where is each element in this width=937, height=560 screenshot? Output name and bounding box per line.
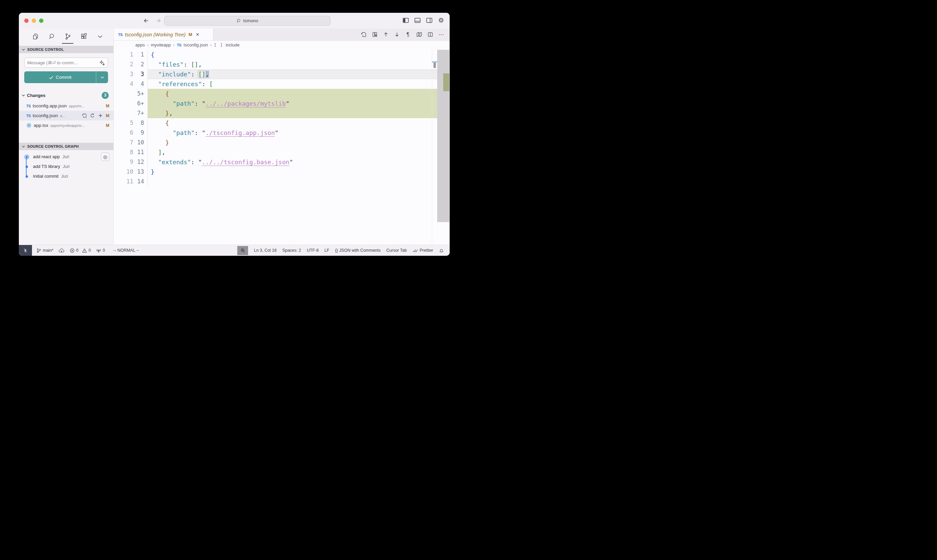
- line-content: }: [148, 167, 437, 177]
- whitespace-icon[interactable]: ¶: [405, 32, 411, 38]
- goto-head-button[interactable]: ◎: [101, 152, 109, 161]
- zoom-indicator[interactable]: [237, 246, 248, 255]
- code-line[interactable]: 44 "references": [: [114, 79, 450, 89]
- code-line[interactable]: 6+ "path": "../../packages/mytslib": [114, 98, 450, 108]
- changes-count-badge: 3: [102, 92, 109, 99]
- commit-row[interactable]: add react appJuri◎: [19, 152, 114, 162]
- commit-message-input[interactable]: Message (⌘⏎ to comm...: [24, 58, 108, 68]
- original-line-number: 5: [114, 118, 133, 128]
- commit-button[interactable]: Commit: [24, 71, 108, 83]
- source-control-icon[interactable]: [63, 32, 72, 41]
- map-icon[interactable]: [416, 32, 422, 38]
- branch-status[interactable]: main*: [36, 248, 54, 253]
- stage-icon[interactable]: [98, 113, 103, 118]
- code-line[interactable]: 22 "files": [],: [114, 60, 450, 69]
- modified-badge: M: [188, 32, 192, 37]
- code-lines: 11{22 "files": [],33 "include": [],44 "r…: [114, 50, 450, 186]
- code-line[interactable]: 7+ },: [114, 108, 450, 118]
- changed-file-row[interactable]: TStsconfig.jsona...M: [19, 111, 114, 120]
- minimize-window-button[interactable]: [32, 18, 36, 23]
- line-content: "include": [],: [148, 69, 437, 79]
- previous-change-icon[interactable]: [383, 32, 389, 38]
- original-line-number: 11: [114, 177, 133, 186]
- code-line[interactable]: 1013}: [114, 167, 450, 177]
- close-icon[interactable]: ×: [196, 32, 199, 38]
- source-control-section-header[interactable]: SOURCE CONTROL: [19, 46, 114, 53]
- changed-file-row[interactable]: TStsconfig.app.jsonapps/m...M: [19, 101, 114, 111]
- chevron-down-icon[interactable]: [95, 32, 104, 41]
- breadcrumb-item-myviteapp[interactable]: myviteapp: [151, 42, 171, 48]
- react-file-icon: [26, 123, 32, 128]
- forward-icon[interactable]: [155, 17, 162, 24]
- ports-status[interactable]: 0: [96, 248, 105, 253]
- commit-author: Juri: [63, 154, 69, 159]
- title-bar: tsmono ⚙: [19, 13, 450, 29]
- language-mode[interactable]: {} JSON with Comments: [335, 248, 380, 253]
- code-line[interactable]: 69 "path": "./tsconfig.app.json": [114, 128, 450, 138]
- changes-header[interactable]: Changes 3: [19, 91, 114, 100]
- breadcrumb-item-apps[interactable]: apps: [135, 42, 145, 48]
- problems-status[interactable]: 0 0: [70, 248, 91, 253]
- open-changes-icon[interactable]: [372, 32, 378, 38]
- diff-editor[interactable]: 11{22 "files": [],33 "include": [],44 "r…: [114, 49, 450, 245]
- back-icon[interactable]: [143, 17, 149, 24]
- cursor-tab-status[interactable]: Cursor Tab: [386, 248, 407, 253]
- chevron-down-icon: [22, 48, 25, 51]
- extensions-icon[interactable]: [79, 32, 88, 41]
- source-control-graph-header[interactable]: SOURCE CONTROL GRAPH: [19, 143, 114, 150]
- remote-indicator[interactable]: [19, 245, 32, 256]
- line-content: {: [148, 118, 437, 128]
- file-name: tsconfig.app.json: [33, 103, 67, 108]
- code-line[interactable]: 11{: [114, 50, 450, 60]
- search-icon[interactable]: [47, 32, 56, 41]
- command-center-search[interactable]: tsmono: [164, 16, 331, 26]
- sparkle-icon[interactable]: [99, 60, 105, 66]
- commit-dropdown-button[interactable]: [96, 71, 108, 83]
- remote-icon: [23, 248, 28, 253]
- breadcrumb-item-include[interactable]: include: [226, 42, 239, 48]
- next-change-icon[interactable]: [394, 32, 400, 38]
- chevron-down-icon: [22, 145, 25, 148]
- code-line[interactable]: 58 {: [114, 118, 450, 128]
- open-file-icon[interactable]: [82, 113, 87, 118]
- activity-bar: [19, 29, 114, 45]
- commit-row[interactable]: add TS libraryJuri: [19, 162, 114, 171]
- modified-line-number: 10: [133, 138, 145, 148]
- code-line[interactable]: 1114: [114, 177, 450, 186]
- commit-row[interactable]: Initial commitJuri: [19, 171, 114, 181]
- changed-file-row[interactable]: app.tsxapps/myviteapp/sr...M: [19, 120, 114, 130]
- indentation-status[interactable]: Spaces: 2: [282, 248, 301, 253]
- code-line[interactable]: 33 "include": [],: [114, 69, 450, 79]
- more-actions-icon[interactable]: ⋯: [438, 32, 444, 38]
- cursor-position[interactable]: Ln 3, Col 16: [254, 248, 276, 253]
- code-line[interactable]: 5+ {: [114, 89, 450, 98]
- modified-line-number: 3: [133, 69, 145, 79]
- overview-added-marker: [443, 73, 449, 91]
- close-window-button[interactable]: [24, 18, 29, 23]
- code-line[interactable]: 811 ],: [114, 148, 450, 157]
- tab-tsconfig-working-tree[interactable]: TS tsconfig.json (Working Tree) M ×: [114, 29, 213, 40]
- toggle-primary-sidebar-icon[interactable]: [403, 17, 409, 23]
- vim-mode-indicator[interactable]: -- NORMAL --: [114, 248, 139, 253]
- typescript-file-icon: TS: [26, 114, 31, 118]
- toggle-panel-icon[interactable]: [414, 17, 421, 23]
- breadcrumb-item-tsconfig[interactable]: tsconfig.json: [184, 42, 208, 48]
- split-editor-icon[interactable]: [427, 32, 433, 38]
- commit-message: Initial commit: [33, 174, 58, 179]
- notifications-bell-icon[interactable]: [439, 248, 444, 253]
- settings-gear-icon[interactable]: ⚙: [438, 17, 444, 23]
- tab-title: tsconfig.json (Working Tree): [125, 32, 185, 37]
- toggle-secondary-sidebar-icon[interactable]: [426, 17, 432, 23]
- code-line[interactable]: 912 "extends": "../../tsconfig.base.json…: [114, 157, 450, 167]
- encoding-status[interactable]: UTF-8: [307, 248, 318, 253]
- open-file-icon[interactable]: [360, 32, 366, 38]
- sync-status[interactable]: [58, 248, 65, 253]
- zoom-window-button[interactable]: [39, 18, 43, 23]
- discard-icon[interactable]: [90, 113, 95, 118]
- code-line[interactable]: 710 }: [114, 138, 450, 148]
- explorer-icon[interactable]: [31, 32, 40, 41]
- eol-status[interactable]: LF: [325, 248, 329, 253]
- modified-line-number: 4: [133, 79, 145, 89]
- modified-line-number: 11: [133, 148, 145, 157]
- formatter-status[interactable]: Prettier: [412, 248, 433, 253]
